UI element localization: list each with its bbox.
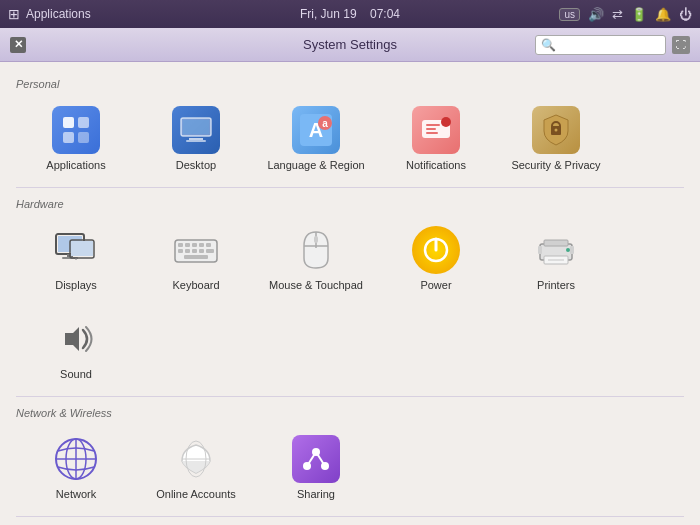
notification-icon[interactable]: 🔔	[655, 7, 671, 22]
svg-marker-51	[65, 327, 79, 351]
desktop-label: Desktop	[176, 159, 216, 171]
svg-rect-13	[426, 124, 440, 126]
sound-svg	[57, 320, 95, 358]
svg-rect-38	[184, 255, 208, 259]
svg-line-61	[307, 452, 316, 466]
settings-item-security[interactable]: Security & Privacy	[496, 98, 616, 179]
settings-item-sharing[interactable]: Sharing	[256, 427, 376, 508]
settings-item-desktop[interactable]: Desktop	[136, 98, 256, 179]
security-svg	[541, 113, 571, 147]
mouse-svg	[302, 230, 330, 270]
svg-rect-5	[183, 120, 209, 134]
svg-rect-15	[426, 132, 438, 134]
svg-rect-31	[199, 243, 204, 247]
sharing-icon	[292, 435, 340, 483]
svg-rect-30	[192, 243, 197, 247]
svg-text:a: a	[322, 118, 328, 129]
topbar-app-label[interactable]: Applications	[26, 7, 91, 21]
battery-icon[interactable]: 🔋	[631, 7, 647, 22]
svg-rect-6	[189, 138, 203, 140]
settings-item-keyboard[interactable]: Keyboard	[136, 218, 256, 299]
hardware-grid: Displays Keyboard	[16, 218, 684, 299]
svg-rect-25	[71, 241, 93, 256]
network-grid: Network Online Accounts	[16, 427, 684, 508]
mouse-label: Mouse & Touchpad	[269, 279, 363, 291]
close-button[interactable]: ✕	[10, 37, 26, 53]
topbar-right: us 🔊 ⇄ 🔋 🔔 ⏻	[559, 7, 692, 22]
settings-item-online-accounts[interactable]: Online Accounts	[136, 427, 256, 508]
notifications-icon	[412, 106, 460, 154]
search-icon: 🔍	[541, 38, 556, 52]
sound-label: Sound	[60, 368, 92, 380]
sound-icon	[52, 315, 100, 363]
section-network: Network & Wireless	[16, 407, 684, 419]
keyboard-lang-badge[interactable]: us	[559, 8, 580, 21]
svg-rect-32	[206, 243, 211, 247]
displays-svg	[54, 232, 98, 268]
divider-admin	[16, 516, 684, 517]
settings-item-applications[interactable]: Applications	[16, 98, 136, 179]
online-accounts-icon	[172, 435, 220, 483]
svg-line-62	[316, 452, 325, 466]
svg-point-48	[566, 248, 570, 252]
svg-rect-0	[63, 117, 74, 128]
topbar: ⊞ Applications Fri, Jun 19 07:04 us 🔊 ⇄ …	[0, 0, 700, 28]
svg-rect-29	[185, 243, 190, 247]
printers-svg	[534, 232, 578, 268]
topbar-date: Fri, Jun 19	[300, 7, 357, 21]
svg-rect-41	[314, 236, 318, 243]
volume-icon[interactable]: 🔊	[588, 7, 604, 22]
settings-content: Personal Applications	[0, 62, 700, 525]
topbar-left: ⊞ Applications	[8, 6, 91, 22]
svg-rect-36	[199, 249, 204, 253]
power-svg	[420, 234, 452, 266]
power-icon[interactable]: ⏻	[679, 7, 692, 22]
svg-rect-14	[426, 128, 436, 130]
expand-button[interactable]: ⛶	[672, 36, 690, 54]
hardware-grid-row2: Sound	[16, 307, 684, 388]
window-title: System Settings	[303, 37, 397, 52]
section-hardware: Hardware	[16, 198, 684, 210]
settings-item-printers[interactable]: Printers	[496, 218, 616, 299]
language-svg: A a	[297, 111, 335, 149]
network-status-icon[interactable]: ⇄	[612, 7, 623, 22]
search-box: 🔍	[535, 35, 666, 55]
power-icon	[412, 226, 460, 274]
topbar-app-icon: ⊞	[8, 6, 20, 22]
sharing-svg	[301, 444, 331, 474]
printers-icon	[532, 226, 580, 274]
svg-point-19	[555, 129, 558, 132]
svg-rect-3	[78, 132, 89, 143]
mouse-icon	[292, 226, 340, 274]
personal-grid: Applications Desktop A a	[16, 98, 684, 179]
svg-rect-28	[178, 243, 183, 247]
network-svg	[54, 437, 98, 481]
svg-rect-1	[78, 117, 89, 128]
settings-item-displays[interactable]: Displays	[16, 218, 136, 299]
settings-item-language[interactable]: A a Language & Region	[256, 98, 376, 179]
applications-label: Applications	[46, 159, 105, 171]
network-label: Network	[56, 488, 96, 500]
svg-rect-47	[548, 259, 564, 261]
settings-item-sound[interactable]: Sound	[16, 307, 136, 388]
applications-icon	[52, 106, 100, 154]
settings-item-notifications[interactable]: Notifications	[376, 98, 496, 179]
settings-item-power[interactable]: Power	[376, 218, 496, 299]
settings-item-network[interactable]: Network	[16, 427, 136, 508]
applications-svg	[61, 115, 91, 145]
divider-network	[16, 396, 684, 397]
settings-item-mouse[interactable]: Mouse & Touchpad	[256, 218, 376, 299]
keyboard-label: Keyboard	[172, 279, 219, 291]
svg-rect-2	[63, 132, 74, 143]
svg-rect-33	[178, 249, 183, 253]
close-icon: ✕	[14, 38, 23, 51]
search-input[interactable]	[560, 39, 660, 51]
titlebar: ✕ System Settings 🔍 ⛶	[0, 28, 700, 62]
keyboard-icon	[172, 226, 220, 274]
security-label: Security & Privacy	[511, 159, 600, 171]
displays-icon	[52, 226, 100, 274]
svg-rect-49	[538, 246, 542, 254]
svg-rect-45	[544, 240, 568, 246]
desktop-svg	[180, 117, 212, 143]
svg-rect-34	[185, 249, 190, 253]
